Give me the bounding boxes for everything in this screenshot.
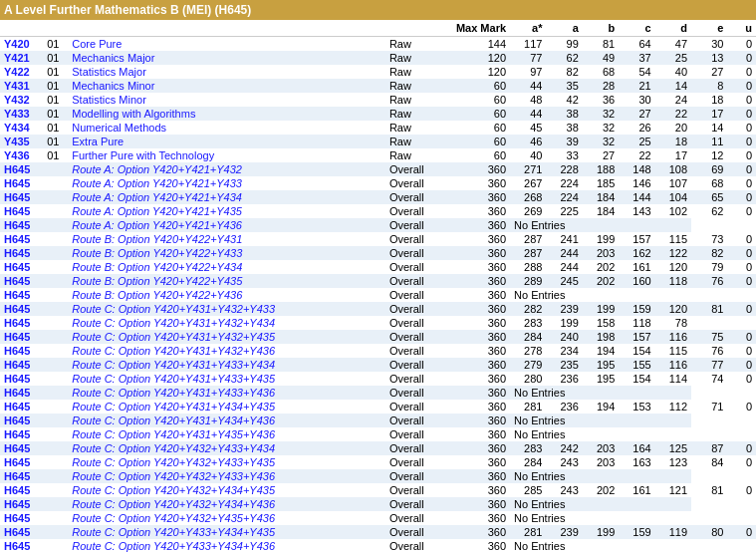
cell-assess: Overall [385,483,448,497]
cell-unit [43,232,68,246]
cell-a: 245 [546,274,582,288]
cell-name: Route A: Option Y420+Y421+Y436 [68,218,385,232]
col-header-u: u [727,20,756,37]
cell-a: 38 [546,121,582,135]
cell-name: Modelling with Algorithms [68,107,385,121]
cell-e: 12 [691,148,727,162]
cell-d: 121 [655,483,691,497]
cell-maxmark: 360 [447,441,510,455]
table-row: H645Route C: Option Y420+Y432+Y434+Y436O… [0,497,756,511]
cell-assess: Raw [385,135,448,148]
cell-c: 153 [619,400,654,414]
cell-name: Route C: Option Y420+Y432+Y433+Y435 [68,455,385,469]
cell-unit: 01 [43,148,68,162]
cell-a_star: 284 [510,330,546,344]
cell-maxmark: 360 [447,260,510,274]
cell-d: 102 [655,204,691,218]
cell-maxmark: 360 [447,316,510,330]
cell-e: 76 [691,274,727,288]
cell-maxmark: 360 [447,302,510,316]
cell-a: 38 [546,107,582,121]
cell-a_star: 77 [510,51,546,65]
cell-code: H645 [0,246,43,260]
cell-e: 79 [691,260,727,274]
cell-unit: 01 [43,65,68,79]
cell-name: Core Pure [68,37,385,52]
cell-u: 0 [727,232,756,246]
cell-maxmark: 60 [447,79,510,93]
cell-maxmark: 360 [447,483,510,497]
cell-b: 32 [583,107,619,121]
cell-unit [43,288,68,302]
cell-d: 17 [655,148,691,162]
cell-assess: Raw [385,121,448,135]
cell-u: 0 [727,107,756,121]
cell-b: 28 [583,79,619,93]
cell-u: 0 [727,93,756,107]
cell-b: 202 [583,483,619,497]
cell-u: 0 [727,190,756,204]
cell-maxmark: 360 [447,176,510,190]
cell-e: 18 [691,93,727,107]
cell-a_star: 283 [510,441,546,455]
cell-unit [43,525,68,539]
cell-d: 47 [655,37,691,52]
cell-unit [43,497,68,511]
cell-unit: 01 [43,107,68,121]
cell-d: 116 [655,330,691,344]
cell-assess: Overall [385,302,448,316]
cell-name: Mechanics Minor [68,79,385,93]
cell-d: 123 [655,455,691,469]
cell-unit [43,246,68,260]
column-headers: Max Mark a* a b c d e u [0,20,756,37]
cell-code: Y434 [0,121,43,135]
cell-name: Route C: Option Y420+Y431+Y433+Y434 [68,358,385,372]
cell-e: 76 [691,344,727,358]
table-row: H645Route B: Option Y420+Y422+Y435Overal… [0,274,756,288]
cell-c: 64 [619,37,654,52]
cell-unit: 01 [43,121,68,135]
table-body: Y42001Core PureRaw14411799816447300Y4210… [0,37,756,554]
cell-unit [43,316,68,330]
cell-name: Further Pure with Technology [68,148,385,162]
cell-name: Route B: Option Y420+Y422+Y433 [68,246,385,260]
cell-b: 199 [583,525,619,539]
cell-unit [43,260,68,274]
cell-name: Route C: Option Y420+Y431+Y432+Y436 [68,344,385,358]
cell-assess: Raw [385,51,448,65]
cell-code: H645 [0,358,43,372]
cell-a_star: 117 [510,37,546,52]
cell-b: 184 [583,190,619,204]
cell-maxmark: 360 [447,232,510,246]
cell-name: Route B: Option Y420+Y422+Y436 [68,288,385,302]
cell-code: Y432 [0,93,43,107]
cell-a_star: 289 [510,274,546,288]
table-row: Y43301Modelling with AlgorithmsRaw604438… [0,107,756,121]
cell-code: H645 [0,525,43,539]
table-row: H645Route B: Option Y420+Y422+Y431Overal… [0,232,756,246]
cell-maxmark: 360 [447,400,510,414]
cell-c: 144 [619,190,654,204]
cell-c: 162 [619,246,654,260]
cell-e: 82 [691,246,727,260]
cell-assess: Overall [385,455,448,469]
cell-code: H645 [0,162,43,176]
col-header-type [0,20,43,37]
cell-a: 236 [546,400,582,414]
cell-a: 199 [546,316,582,330]
table-row: H645Route C: Option Y420+Y431+Y432+Y434O… [0,316,756,330]
cell-code: H645 [0,260,43,274]
cell-u: 0 [727,302,756,316]
cell-unit [43,330,68,344]
cell-d: 125 [655,441,691,455]
cell-a_star: 271 [510,162,546,176]
cell-a_star: 282 [510,302,546,316]
table-row: H645Route C: Option Y420+Y431+Y434+Y436O… [0,414,756,427]
col-header-a: a [546,20,582,37]
cell-unit [43,400,68,414]
table-title: A Level Further Mathematics B (MEI) (H64… [0,0,756,20]
cell-e: 8 [691,79,727,93]
cell-c: 27 [619,107,654,121]
cell-a: 82 [546,65,582,79]
cell-maxmark: 360 [447,525,510,539]
